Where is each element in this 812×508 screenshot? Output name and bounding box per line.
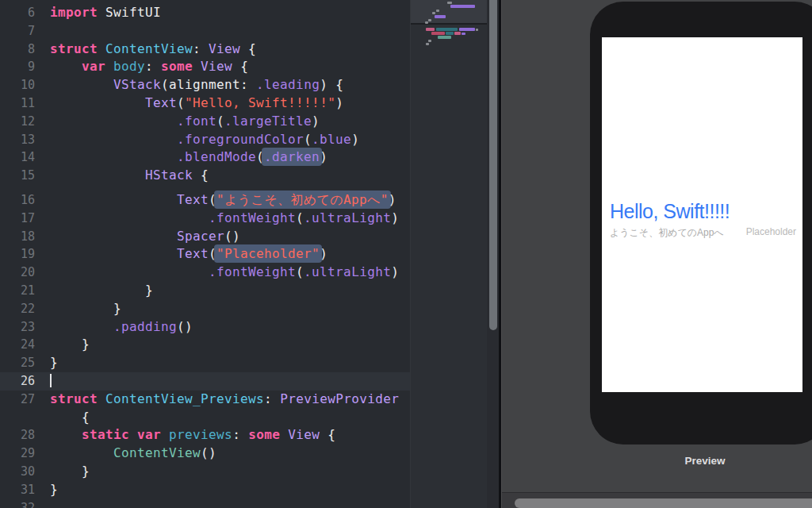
code-text: ContentView() — [35, 444, 216, 463]
minimap-bar — [436, 10, 439, 12]
line-number: 9 — [0, 58, 35, 76]
line-number: 7 — [0, 22, 35, 40]
code-text: VStack(alignment: .leading) { — [35, 76, 343, 94]
line-number: 32 — [0, 499, 35, 508]
code-line[interactable]: 15 HStack { — [0, 167, 410, 185]
line-number — [0, 409, 35, 427]
code-text: } — [35, 354, 58, 372]
code-line[interactable]: 29 ContentView() — [0, 444, 410, 463]
code-line[interactable]: 18 Spacer() — [0, 228, 410, 246]
minimap-bar — [435, 15, 446, 18]
line-number: 31 — [0, 481, 35, 499]
minimap-bar — [428, 19, 431, 21]
code-line[interactable]: 31} — [0, 481, 410, 499]
code-text: .foregroundColor(.blue) — [35, 131, 359, 149]
code-rows[interactable]: 6import SwiftUI78struct ContentView: Vie… — [0, 4, 410, 508]
code-line[interactable]: 7 — [0, 22, 410, 40]
code-line[interactable]: 32 — [0, 499, 410, 508]
horizontal-scrollbar-track[interactable] — [502, 492, 812, 508]
code-text: Spacer() — [35, 228, 240, 246]
line-number: 11 — [0, 94, 35, 113]
code-text: var body: some View { — [35, 58, 248, 76]
code-text: .fontWeight(.ultraLight) — [35, 210, 399, 228]
code-line[interactable]: 17 .fontWeight(.ultraLight) — [0, 210, 410, 228]
line-number: 14 — [0, 148, 35, 167]
line-number: 18 — [0, 228, 35, 246]
code-line[interactable]: 22 } — [0, 300, 410, 318]
line-number: 30 — [0, 463, 35, 481]
code-text: HStack { — [35, 167, 209, 185]
preview-subtitle-row: ようこそ、初めてのAppへ Placeholder — [610, 226, 796, 240]
code-text: import SwiftUI — [35, 4, 161, 22]
line-number: 22 — [0, 300, 35, 318]
code-line[interactable]: 12 .font(.largeTitle) — [0, 113, 410, 131]
minimap-bar — [431, 32, 445, 35]
code-line[interactable]: 14 .blendMode(.darken) — [0, 148, 410, 167]
minimap-section-divider — [411, 23, 488, 25]
minimap-bar — [459, 28, 475, 31]
line-number: 26 — [0, 372, 35, 391]
code-text — [35, 499, 50, 508]
minimap-bar — [450, 5, 475, 8]
minimap-bar — [438, 36, 451, 39]
line-number: 19 — [0, 245, 35, 264]
code-text: Text("Hello, Swift!!!!!") — [35, 94, 343, 113]
code-text: .padding() — [35, 318, 193, 337]
line-number: 27 — [0, 391, 35, 409]
code-line[interactable]: 21 } — [0, 282, 410, 300]
code-line[interactable]: 20 .fontWeight(.ultraLight) — [0, 264, 410, 282]
code-line[interactable]: 30 } — [0, 463, 410, 481]
line-number: 12 — [0, 113, 35, 131]
line-number: 13 — [0, 131, 35, 149]
code-text: } — [35, 300, 121, 318]
minimap-bar — [462, 33, 465, 35]
minimap-bar — [425, 21, 428, 24]
minimap-bar — [428, 40, 431, 42]
minimap[interactable] — [410, 0, 488, 508]
code-line[interactable]: 23 .padding() — [0, 318, 410, 337]
code-line[interactable]: 9 var body: some View { — [0, 58, 410, 76]
code-line[interactable]: 24 } — [0, 336, 410, 354]
preview-subtitle-text: ようこそ、初めてのAppへ — [610, 226, 724, 240]
code-line[interactable]: 8struct ContentView: View { — [0, 40, 410, 59]
code-line[interactable]: 19 Text("Placeholder") — [0, 245, 410, 264]
code-line[interactable]: 27struct ContentView_Previews: PreviewPr… — [0, 391, 410, 409]
line-number: 21 — [0, 282, 35, 300]
code-line[interactable]: 6import SwiftUI — [0, 4, 410, 22]
line-number: 25 — [0, 354, 35, 372]
code-line[interactable]: 10 VStack(alignment: .leading) { — [0, 76, 410, 94]
line-number: 23 — [0, 318, 35, 337]
line-number: 6 — [0, 4, 35, 22]
vertical-scrollbar[interactable] — [489, 0, 497, 330]
text-cursor — [50, 374, 52, 387]
code-line[interactable]: 13 .foregroundColor(.blue) — [0, 131, 410, 149]
preview-label: Preview — [502, 455, 812, 467]
line-number: 29 — [0, 444, 35, 463]
code-line[interactable]: 26 — [0, 372, 410, 391]
minimap-bar — [447, 2, 452, 4]
code-line[interactable]: 25} — [0, 354, 410, 372]
horizontal-scrollbar[interactable] — [515, 498, 812, 508]
minimap-bar — [426, 43, 429, 45]
line-number: 20 — [0, 264, 35, 282]
code-text: { — [35, 409, 90, 427]
preview-placeholder-text: Placeholder — [746, 226, 796, 240]
line-number: 10 — [0, 76, 35, 94]
device-screen[interactable]: Hello, Swift!!!!! ようこそ、初めてのAppへ Placehol… — [602, 37, 802, 392]
code-line[interactable]: 11 Text("Hello, Swift!!!!!") — [0, 94, 410, 113]
code-text: } — [35, 336, 90, 354]
line-number: 17 — [0, 210, 35, 228]
code-text: .blendMode(.darken) — [35, 148, 327, 167]
code-line[interactable]: 16 Text("ようこそ、初めてのAppへ") — [0, 191, 410, 210]
line-number: 8 — [0, 40, 35, 59]
code-text: } — [35, 282, 153, 300]
code-text: Text("ようこそ、初めてのAppへ") — [35, 191, 396, 210]
minimap-bar — [454, 32, 461, 35]
code-editor[interactable]: 6import SwiftUI78struct ContentView: Vie… — [0, 0, 499, 508]
code-line[interactable]: 28 static var previews: some View { — [0, 426, 410, 444]
line-number: 28 — [0, 426, 35, 444]
code-text: static var previews: some View { — [35, 426, 335, 444]
minimap-bar — [432, 12, 435, 14]
code-text: } — [35, 481, 58, 499]
code-line[interactable]: { — [0, 409, 410, 427]
